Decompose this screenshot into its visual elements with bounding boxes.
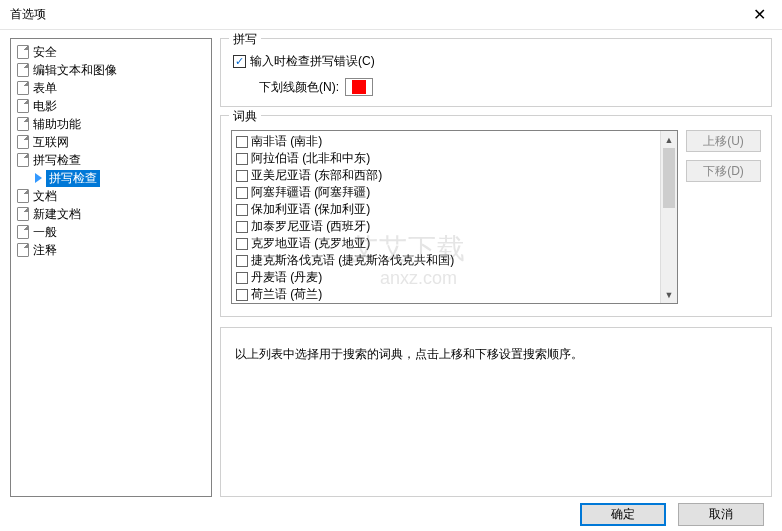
check-spelling-checkbox[interactable]: ✓ <box>233 55 246 68</box>
page-icon <box>17 45 29 59</box>
spelling-group-title: 拼写 <box>229 31 261 48</box>
list-item[interactable]: 亚美尼亚语 (东部和西部) <box>234 167 658 184</box>
scroll-down-icon[interactable]: ▼ <box>661 286 677 303</box>
list-item[interactable]: 克罗地亚语 (克罗地亚) <box>234 235 658 252</box>
underline-color-label: 下划线颜色(N): <box>259 79 339 96</box>
title-bar: 首选项 ✕ <box>0 0 782 30</box>
tree-item-comments[interactable]: 注释 <box>13 241 209 259</box>
list-item[interactable]: 丹麦语 (丹麦) <box>234 269 658 286</box>
dict-checkbox[interactable] <box>236 170 248 182</box>
page-icon <box>17 225 29 239</box>
dict-checkbox[interactable] <box>236 272 248 284</box>
scroll-up-icon[interactable]: ▲ <box>661 131 677 148</box>
check-spelling-label: 输入时检查拼写错误(C) <box>250 53 375 70</box>
tree-item-general[interactable]: 一般 <box>13 223 209 241</box>
page-icon <box>17 207 29 221</box>
list-item[interactable]: 阿拉伯语 (北非和中东) <box>234 150 658 167</box>
dict-checkbox[interactable] <box>236 221 248 233</box>
dict-checkbox[interactable] <box>236 204 248 216</box>
scrollbar[interactable]: ▲ ▼ <box>660 131 677 303</box>
page-icon <box>17 63 29 77</box>
list-item[interactable]: 南非语 (南非) <box>234 133 658 150</box>
scroll-track[interactable] <box>661 148 677 286</box>
tree-item-forms[interactable]: 表单 <box>13 79 209 97</box>
list-item[interactable]: 保加利亚语 (保加利亚) <box>234 201 658 218</box>
page-icon <box>17 243 29 257</box>
tree-item-security[interactable]: 安全 <box>13 43 209 61</box>
dictionary-group-title: 词典 <box>229 108 261 125</box>
info-text: 以上列表中选择用于搜索的词典，点击上移和下移设置搜索顺序。 <box>235 347 583 361</box>
color-swatch-icon <box>352 80 366 94</box>
dict-checkbox[interactable] <box>236 255 248 267</box>
list-item[interactable]: 加泰罗尼亚语 (西班牙) <box>234 218 658 235</box>
dict-checkbox[interactable] <box>236 238 248 250</box>
tree-item-internet[interactable]: 互联网 <box>13 133 209 151</box>
ok-button[interactable]: 确定 <box>580 503 666 526</box>
page-icon <box>17 153 29 167</box>
tree-item-new-document[interactable]: 新建文档 <box>13 205 209 223</box>
info-panel: 以上列表中选择用于搜索的词典，点击上移和下移设置搜索顺序。 <box>220 327 772 497</box>
page-icon <box>17 99 29 113</box>
spelling-group: 拼写 ✓ 输入时检查拼写错误(C) 下划线颜色(N): <box>220 38 772 107</box>
page-icon <box>17 81 29 95</box>
category-tree[interactable]: 安全 编辑文本和图像 表单 电影 辅助功能 互联网 拼写检查 拼写检查 文档 新… <box>10 38 212 497</box>
dict-checkbox[interactable] <box>236 289 248 301</box>
cancel-button[interactable]: 取消 <box>678 503 764 526</box>
arrow-right-icon <box>35 173 42 183</box>
dict-checkbox[interactable] <box>236 187 248 199</box>
tree-item-spellcheck[interactable]: 拼写检查 <box>13 169 209 187</box>
tree-item-documents[interactable]: 文档 <box>13 187 209 205</box>
list-item[interactable]: 阿塞拜疆语 (阿塞拜疆) <box>234 184 658 201</box>
page-icon <box>17 189 29 203</box>
scroll-thumb[interactable] <box>663 148 675 208</box>
dictionary-group: 词典 南非语 (南非) 阿拉伯语 (北非和中东) 亚美尼亚语 (东部和西部) 阿… <box>220 115 772 317</box>
underline-color-picker[interactable] <box>345 78 373 96</box>
tree-item-edit-text-image[interactable]: 编辑文本和图像 <box>13 61 209 79</box>
dialog-footer: 确定 取消 <box>0 497 782 531</box>
move-up-button[interactable]: 上移(U) <box>686 130 761 152</box>
page-icon <box>17 135 29 149</box>
tree-item-accessibility[interactable]: 辅助功能 <box>13 115 209 133</box>
dictionary-list[interactable]: 南非语 (南非) 阿拉伯语 (北非和中东) 亚美尼亚语 (东部和西部) 阿塞拜疆… <box>231 130 678 304</box>
dict-checkbox[interactable] <box>236 153 248 165</box>
window-title: 首选项 <box>10 6 736 23</box>
tree-item-spellcheck-parent[interactable]: 拼写检查 <box>13 151 209 169</box>
list-item[interactable]: 荷兰语 (荷兰) <box>234 286 658 303</box>
close-button[interactable]: ✕ <box>736 0 782 30</box>
tree-item-movies[interactable]: 电影 <box>13 97 209 115</box>
list-item[interactable]: 捷克斯洛伐克语 (捷克斯洛伐克共和国) <box>234 252 658 269</box>
page-icon <box>17 117 29 131</box>
dict-checkbox[interactable] <box>236 136 248 148</box>
move-down-button[interactable]: 下移(D) <box>686 160 761 182</box>
